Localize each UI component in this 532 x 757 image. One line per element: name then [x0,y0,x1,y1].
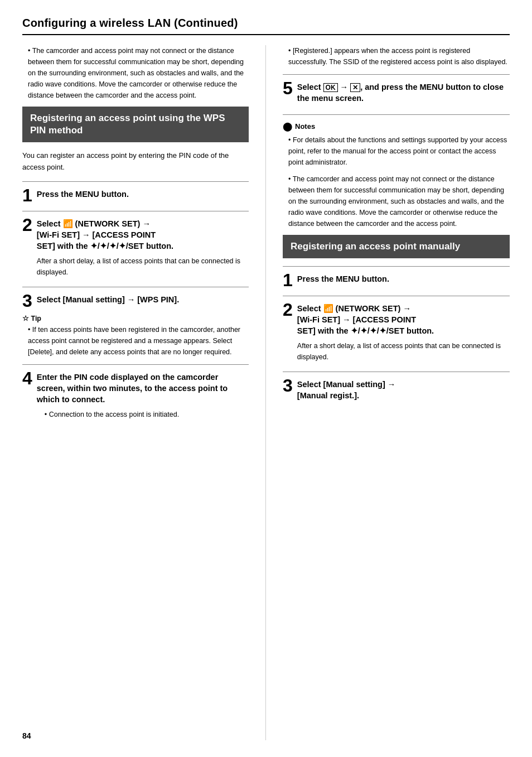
divider-r5 [283,372,510,372]
intro-text-wps: You can register an access point by ente… [22,150,249,173]
divider-r1 [283,74,510,75]
step-content-3-right: Select [Manual setting] →[Manual regist.… [297,379,395,405]
note-2: The camcorder and access point may not c… [283,173,510,229]
step-3-right: 3 Select [Manual setting] →[Manual regis… [283,379,510,405]
step-number-2-right: 2 [283,301,293,319]
notes-icon: ⬤ [283,122,292,132]
step-title-3-left: Select [Manual setting] → [WPS PIN]. [37,294,179,305]
step-sub-bullet-4-left: Connection to the access point is initia… [37,409,249,420]
two-column-layout: The camcorder and access point may not c… [22,45,510,740]
step-number-4-left: 4 [22,369,32,387]
step-4-left: 4 Enter the PIN code displayed on the ca… [22,372,249,420]
step-number-3-left: 3 [22,292,32,310]
network-icon-left: 📶 [63,219,73,228]
page-number: 84 [22,731,31,740]
step-1-left: 1 Press the MENU button. [22,189,249,204]
page: Configuring a wireless LAN (Continued) T… [0,0,532,757]
divider-r4 [283,296,510,296]
note-1: For details about the functions and sett… [283,134,510,168]
divider-1 [22,181,249,182]
divider-r2 [283,114,510,115]
intro-bullet: The camcorder and access point may not c… [22,45,249,101]
step-number-2-left: 2 [22,216,32,234]
step-number-1-right: 1 [283,271,293,289]
tip-text: If ten access points have been registere… [22,324,249,358]
step-content-1-left: Press the MENU button. [37,189,129,203]
section-header-wps: Registering an access point using the WP… [22,107,249,142]
divider-4 [22,364,249,365]
tip-label: ☆ Tip [22,314,249,322]
page-title: Configuring a wireless LAN (Continued) [22,17,510,35]
divider-2 [22,211,249,211]
tip-block: ☆ Tip If ten access points have been reg… [22,314,249,358]
step-content-3-left: Select [Manual setting] → [WPS PIN]. [37,294,179,308]
step-2-right: 2 Select 📶 (NETWORK SET) → [Wi-Fi SET] →… [283,303,510,365]
step-content-2-right: Select 📶 (NETWORK SET) → [Wi-Fi SET] → [… [297,303,510,365]
section-header-manual: Registering an access point manually [283,235,510,258]
step-title-1-right: Press the MENU button. [297,273,389,285]
step-2-left: 2 Select 📶 (NETWORK SET) → [Wi-Fi SET] →… [22,218,249,280]
step-number-5-right: 5 [283,79,293,97]
step-title-2-left: Select 📶 (NETWORK SET) → [Wi-Fi SET] → [… [37,218,249,252]
step-title-4-left: Enter the PIN code displayed on the camc… [37,372,249,406]
step-title-1-left: Press the MENU button. [37,189,129,200]
step-3-left: 3 Select [Manual setting] → [WPS PIN]. [22,294,249,310]
right-column: [Registered.] appears when the access po… [266,45,510,740]
step-content-4-left: Enter the PIN code displayed on the camc… [37,372,249,420]
step-body-2-right: After a short delay, a list of access po… [297,340,510,363]
step-content-5-right: Select OK → ✕, and press the MENU button… [297,81,510,108]
step-content-2-left: Select 📶 (NETWORK SET) → [Wi-Fi SET] → [… [37,218,249,280]
step-title-3-right: Select [Manual setting] →[Manual regist.… [297,379,395,402]
left-column: The camcorder and access point may not c… [22,45,266,740]
notes-block: ⬤ Notes For details about the functions … [283,122,510,229]
divider-3 [22,287,249,287]
step-title-2-right: Select 📶 (NETWORK SET) → [Wi-Fi SET] → [… [297,303,510,337]
step-number-3-right: 3 [283,377,293,394]
top-bullet-right: [Registered.] appears when the access po… [283,45,510,67]
step-1-right: 1 Press the MENU button. [283,273,510,289]
network-icon-right: 📶 [323,304,333,313]
step-content-1-right: Press the MENU button. [297,273,389,288]
step-title-5-right: Select OK → ✕, and press the MENU button… [297,81,510,104]
step-5-right: 5 Select OK → ✕, and press the MENU butt… [283,81,510,108]
notes-label: ⬤ Notes [283,122,510,132]
divider-r3 [283,266,510,267]
step-body-2-left: After a short delay, a list of access po… [37,255,249,278]
step-number-1-left: 1 [22,186,32,204]
